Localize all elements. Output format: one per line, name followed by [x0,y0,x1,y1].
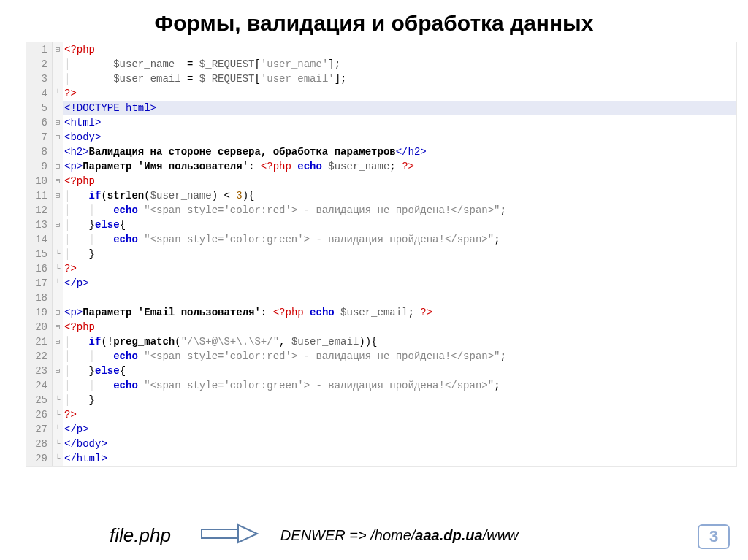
fold-marker: ⊟ [53,174,63,188]
code-line: <?php [63,174,736,188]
svg-rect-0 [202,529,238,538]
line-number: 8 [31,145,47,159]
fold-marker: └ [53,276,63,291]
line-number: 18 [31,291,47,305]
line-number: 12 [31,203,47,218]
code-line: │ │ echo "<span style='color:red'> - вал… [63,203,736,218]
code-line: ?> [63,86,736,101]
fold-marker [53,378,63,393]
code-line: <p>Параметр 'Имя пользователя': <?php ec… [63,159,736,174]
line-number: 26 [31,407,47,422]
code-line: </body> [63,437,736,451]
line-number: 1 [31,42,47,57]
line-number: 15 [31,247,47,261]
line-number: 5 [31,101,47,115]
fold-marker: ⊟ [53,334,63,349]
line-number: 16 [31,261,47,276]
line-number: 25 [31,393,47,407]
code-line: <?php [63,320,736,334]
fold-marker: └ [53,422,63,437]
line-number: 14 [31,232,47,247]
code-line: │ } [63,247,736,261]
code-area: <?php│ $user_name = $_REQUEST['user_name… [63,42,736,466]
fold-marker: ⊟ [53,188,63,203]
fold-marker: └ [53,86,63,101]
fold-marker: ⊟ [53,115,63,130]
fold-marker: └ [53,247,63,261]
fold-marker: └ [53,261,63,276]
svg-marker-1 [238,525,257,542]
fold-marker: ⊟ [53,320,63,334]
fold-marker [53,145,63,159]
fold-marker: └ [53,437,63,451]
code-line: </p> [63,422,736,437]
fold-gutter: ⊟└⊟⊟⊟⊟⊟⊟└└└⊟⊟⊟⊟└└└└└ [53,42,63,466]
line-number: 10 [31,174,47,188]
fold-marker: ⊟ [53,364,63,378]
code-line: │ $user_name = $_REQUEST['user_name']; [63,57,736,72]
line-number: 17 [31,276,47,291]
code-editor: 1234567891011121314151617181920212223242… [26,42,737,467]
path-label: DENWER => /home/aaa.dp.ua/www [280,527,519,544]
footer: file.php DENWER => /home/aaa.dp.ua/www [0,523,748,547]
file-name-label: file.php [110,524,171,547]
line-number: 20 [31,320,47,334]
code-line: </p> [63,276,736,291]
code-line: │ │ echo "<span style='color:green'> - в… [63,378,736,393]
line-number: 4 [31,86,47,101]
line-number: 9 [31,159,47,174]
code-line: │ │ echo "<span style='color:red'> - вал… [63,349,736,364]
line-number: 2 [31,57,47,72]
code-line: ?> [63,407,736,422]
fold-marker [53,203,63,218]
fold-marker: ⊟ [53,159,63,174]
line-number: 22 [31,349,47,364]
fold-marker [53,291,63,305]
path-suffix: /www [483,527,519,543]
fold-marker: └ [53,407,63,422]
fold-marker: └ [53,393,63,407]
code-line [63,291,736,305]
line-number: 29 [31,451,47,466]
fold-marker: ⊟ [53,130,63,145]
path-prefix: DENWER => /home/ [280,527,416,543]
code-line: │ }else{ [63,364,736,378]
line-number: 28 [31,437,47,451]
code-line: <h2>Валидация на стороне сервера, обрабо… [63,145,736,159]
line-number: 27 [31,422,47,437]
line-number-gutter: 1234567891011121314151617181920212223242… [26,42,53,466]
fold-marker: ⊟ [53,305,63,320]
code-line: │ }else{ [63,218,736,232]
slide-number-badge: 3 [698,524,730,549]
code-line: <!DOCTYPE html> [63,101,736,115]
fold-marker: ⊟ [53,42,63,57]
fold-marker [53,101,63,115]
code-line: </html> [63,451,736,466]
fold-marker [53,57,63,72]
fold-marker [53,72,63,86]
arrow-icon [200,523,259,547]
page-title: Формы, валидация и обработка данных [0,0,748,42]
code-line: │ } [63,393,736,407]
line-number: 19 [31,305,47,320]
code-line: │ if(strlen($user_name) < 3){ [63,188,736,203]
line-number: 23 [31,364,47,378]
code-line: │ $user_email = $_REQUEST['user_email']; [63,72,736,86]
fold-marker [53,349,63,364]
line-number: 11 [31,188,47,203]
line-number: 13 [31,218,47,232]
code-line: <html> [63,115,736,130]
code-line: │ if(!preg_match("/\S+@\S+\.\S+/", $user… [63,334,736,349]
code-line: ?> [63,261,736,276]
line-number: 3 [31,72,47,86]
line-number: 6 [31,115,47,130]
line-number: 21 [31,334,47,349]
fold-marker [53,232,63,247]
code-line: <?php [63,42,736,57]
line-number: 24 [31,378,47,393]
fold-marker: └ [53,451,63,466]
line-number: 7 [31,130,47,145]
path-domain: aaa.dp.ua [415,527,482,543]
fold-marker: ⊟ [53,218,63,232]
code-line: │ │ echo "<span style='color:green'> - в… [63,232,736,247]
